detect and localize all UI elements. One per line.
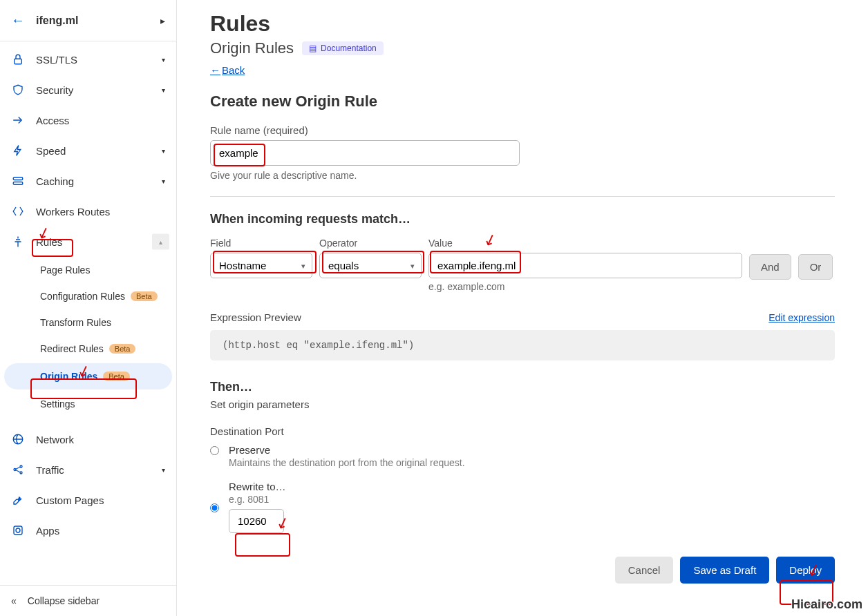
nav-security[interactable]: Security ▾: [0, 75, 176, 105]
expression-preview: (http.host eq "example.ifeng.ml"): [210, 330, 835, 360]
nav-label: Network: [36, 434, 165, 445]
nav-workers-routes[interactable]: Workers Routes: [0, 196, 176, 227]
subnav-transform-rules[interactable]: Transform Rules: [0, 309, 176, 336]
nav-label: Rules: [36, 236, 165, 248]
sub-label: Configuration Rules: [40, 291, 125, 302]
radio-rewrite[interactable]: [210, 503, 219, 512]
svg-rect-2: [13, 182, 23, 185]
subnav-redirect-rules[interactable]: Redirect RulesBeta: [0, 336, 176, 362]
subnav-settings[interactable]: Settings: [0, 391, 176, 417]
beta-badge: Beta: [103, 372, 130, 381]
radio-preserve-row: Preserve Maintains the destination port …: [210, 444, 835, 468]
field-select[interactable]: Hostname: [210, 253, 312, 278]
nav-apps[interactable]: Apps: [0, 515, 176, 546]
rule-name-input[interactable]: [210, 140, 520, 166]
caret-right-icon[interactable]: ▸: [160, 15, 165, 26]
svg-point-8: [16, 528, 20, 532]
nav-traffic[interactable]: Traffic ▾: [0, 454, 176, 485]
subnav-origin-rules[interactable]: Origin RulesBeta: [4, 363, 172, 389]
nav-label: Custom Pages: [36, 494, 165, 506]
sub-label: Origin Rules: [40, 371, 97, 382]
page-subtitle: Origin Rules: [210, 39, 294, 57]
nav-custom-pages[interactable]: Custom Pages: [0, 485, 176, 515]
edit-expression-link[interactable]: Edit expression: [768, 312, 835, 323]
sub-label: Transform Rules: [40, 317, 111, 328]
footer-buttons: Cancel Save as Draft Deploy: [210, 557, 835, 584]
nav-label: Apps: [36, 525, 165, 537]
nav-speed[interactable]: Speed ▾: [0, 135, 176, 166]
collapse-sidebar-button[interactable]: « Collapse sidebar: [0, 585, 176, 616]
nav: SSL/TLS ▾ Security ▾ Access Speed ▾ Cach…: [0, 41, 176, 585]
chevron-down-icon: ▾: [162, 147, 165, 155]
or-button[interactable]: Or: [798, 254, 833, 280]
nav-ssl-tls[interactable]: SSL/TLS ▾: [0, 44, 176, 75]
nav-rules[interactable]: Rules ▴: [0, 227, 176, 257]
back-link[interactable]: ← Back: [210, 64, 245, 76]
deploy-button[interactable]: Deploy: [776, 557, 835, 584]
rewrite-help: e.g. 8081: [229, 494, 835, 505]
nav-label: Traffic: [36, 464, 162, 476]
create-heading: Create new Origin Rule: [210, 93, 835, 110]
lock-icon: [11, 52, 25, 66]
nav-label: Workers Routes: [36, 206, 165, 218]
subnav-page-rules[interactable]: Page Rules: [0, 257, 176, 283]
destination-port-label: Destination Port: [210, 425, 835, 437]
svg-rect-0: [15, 59, 22, 64]
chevron-down-icon: ▾: [162, 56, 165, 64]
value-label: Value: [428, 238, 742, 249]
traffic-icon: [11, 463, 25, 477]
shield-icon: [11, 83, 25, 97]
sub-label: Page Rules: [40, 264, 90, 276]
nav-network[interactable]: Network: [0, 424, 176, 454]
value-help: e.g. example.com: [428, 281, 742, 292]
nav-label: Security: [36, 84, 162, 96]
rules-subnav: Page Rules Configuration RulesBeta Trans…: [0, 257, 176, 417]
back-label: Back: [222, 64, 245, 76]
nav-caching[interactable]: Caching ▾: [0, 166, 176, 196]
radio-preserve[interactable]: [210, 446, 219, 455]
operator-select[interactable]: equals: [319, 253, 422, 278]
chevron-up-icon[interactable]: ▴: [152, 234, 169, 250]
beta-badge: Beta: [131, 291, 158, 301]
then-subtitle: Set origin parameters: [210, 398, 835, 410]
svg-rect-1: [13, 177, 23, 180]
svg-point-4: [14, 469, 16, 471]
preserve-title: Preserve: [229, 444, 835, 456]
lightning-icon: [11, 144, 25, 157]
preserve-desc: Maintains the destination port from the …: [229, 457, 835, 468]
documentation-badge[interactable]: ▤ Documentation: [302, 41, 384, 55]
field-label: Field: [210, 238, 312, 249]
rule-name-label: Rule name (required): [210, 124, 835, 136]
back-arrow-icon[interactable]: ←: [11, 12, 25, 28]
globe-icon: [11, 432, 25, 446]
chevron-down-icon: ▾: [162, 466, 165, 474]
save-draft-button[interactable]: Save as Draft: [680, 557, 769, 584]
radio-rewrite-row: Rewrite to… e.g. 8081: [210, 481, 835, 533]
filter-row: Field Hostname Operator equals Value e.g…: [210, 238, 835, 292]
when-heading: When incoming requests match…: [210, 212, 835, 227]
svg-point-6: [20, 472, 22, 474]
beta-badge: Beta: [109, 344, 136, 354]
then-heading: Then…: [210, 380, 835, 394]
rewrite-title: Rewrite to…: [229, 481, 835, 492]
value-input[interactable]: [428, 253, 742, 278]
rule-name-help: Give your rule a descriptive name.: [210, 170, 835, 181]
chevron-down-icon: ▾: [162, 177, 165, 185]
access-icon: [11, 113, 25, 127]
sidebar: ← ifeng.ml ▸ SSL/TLS ▾ Security ▾ Access…: [0, 0, 177, 616]
site-header[interactable]: ← ifeng.ml ▸: [0, 0, 176, 41]
subnav-configuration-rules[interactable]: Configuration RulesBeta: [0, 283, 176, 309]
page-title: Rules: [210, 11, 835, 37]
chevron-left-double-icon: «: [11, 595, 17, 606]
chevron-down-icon: ▾: [162, 86, 165, 94]
svg-rect-7: [14, 526, 22, 535]
nav-access[interactable]: Access: [0, 105, 176, 135]
operator-label: Operator: [319, 238, 422, 249]
cancel-button[interactable]: Cancel: [615, 557, 674, 584]
workers-icon: [11, 204, 25, 218]
nav-label: SSL/TLS: [36, 54, 162, 66]
doc-label: Documentation: [321, 44, 377, 53]
and-button[interactable]: And: [749, 254, 791, 280]
site-name: ifeng.ml: [36, 15, 160, 27]
port-input[interactable]: [229, 509, 284, 533]
